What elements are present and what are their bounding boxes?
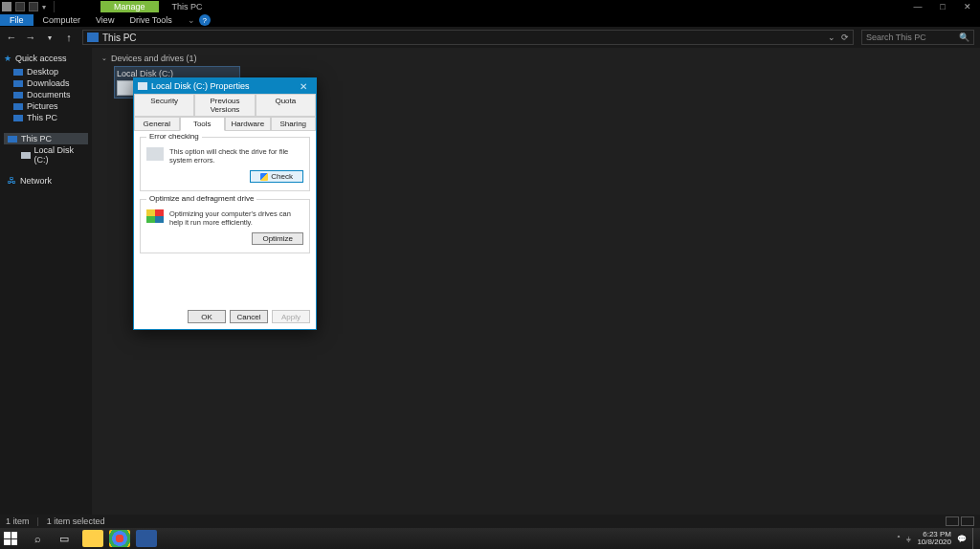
ribbon: File Computer View Drive Tools ⌄ ? [0,13,980,27]
system-menu-icon[interactable] [2,2,11,11]
drive-check-icon [146,147,164,161]
button-label: Check [271,172,293,181]
sidebar-item-label: Pictures [27,101,58,111]
group-optimize: Optimize and defragment drive Optimizing… [140,199,310,253]
tray-chevron-icon[interactable]: ˄ [897,535,901,543]
chevron-down-icon: ⌄ [101,55,107,62]
tab-previous-versions[interactable]: Previous Versions [194,94,255,117]
sidebar-item-downloads[interactable]: Downloads [4,77,88,89]
start-button[interactable] [4,532,17,545]
ribbon-expand-icon[interactable]: ⌄ [188,15,195,25]
tray-notifications-icon[interactable]: 💬 [957,535,967,543]
taskbar: ⌕ ▭ ˄ ⏚ 6:23 PM 10/8/2020 💬 [0,528,980,549]
check-button[interactable]: Check [250,170,303,183]
status-selected: 1 item selected [47,516,105,526]
address-dropdown-icon[interactable]: ⌄ [828,33,835,42]
dialog-close-button[interactable]: ✕ [295,78,312,94]
tab-general[interactable]: General [134,117,180,131]
ribbon-context-manage[interactable]: Manage [100,1,159,12]
sidebar-this-pc[interactable]: This PC [4,133,88,144]
optimize-button[interactable]: Optimize [252,232,303,245]
search-box[interactable]: Search This PC 🔍 [861,30,974,45]
tray-date: 10/8/2020 [917,538,951,546]
quick-access-label: Quick access [15,54,67,63]
apply-button: Apply [272,310,310,323]
sidebar-network[interactable]: 🖧Network [4,175,88,187]
dialog-titlebar[interactable]: Local Disk (C:) Properties ✕ [134,78,316,94]
window-title: This PC [172,2,203,11]
taskbar-app-chrome[interactable] [109,530,130,547]
help-icon[interactable]: ? [199,14,211,26]
address-bar[interactable]: This PC ⌄ ⟳ [82,30,854,45]
nav-back-icon[interactable]: ← [6,32,17,43]
tab-tools[interactable]: Tools [180,117,226,131]
separator [54,1,55,12]
sidebar-item-label: This PC [21,134,52,143]
tab-hardware[interactable]: Hardware [225,117,271,131]
sidebar-item-label: Desktop [27,67,58,77]
view-large-button[interactable] [961,516,974,526]
ok-button[interactable]: OK [188,310,226,323]
refresh-icon[interactable]: ⟳ [841,33,849,42]
dialog-buttons: OK Cancel Apply [188,310,310,323]
section-devices-drives[interactable]: ⌄ Devices and drives (1) [101,54,970,63]
sidebar-local-disk[interactable]: Local Disk (C:) [4,144,88,165]
nav-up-icon[interactable]: ↑ [63,32,75,43]
minimize-button[interactable]: — [905,0,930,13]
ribbon-file[interactable]: File [0,14,33,26]
nav-pane: ★ Quick access Desktop Downloads Documen… [0,48,92,526]
search-icon[interactable]: ⌕ [29,531,46,546]
task-view-icon[interactable]: ▭ [56,531,73,546]
folder-icon [13,92,23,99]
pc-icon [87,33,99,42]
qa-icon-2[interactable] [29,2,38,11]
ribbon-tab-computer[interactable]: Computer [43,15,81,25]
qa-icon[interactable] [15,2,25,11]
show-desktop-button[interactable] [972,528,976,549]
tab-security[interactable]: Security [134,94,194,117]
taskbar-app-word[interactable] [136,530,157,547]
network-icon: 🖧 [8,176,16,186]
folder-icon [13,115,23,121]
cancel-button[interactable]: Cancel [230,310,268,323]
tray-network-icon[interactable]: ⏚ [906,535,911,543]
shield-icon [260,173,268,181]
sidebar-quick-access[interactable]: ★ Quick access [4,54,88,63]
defrag-icon [146,209,164,223]
drive-icon [21,152,31,159]
sidebar-item-label: Downloads [27,78,70,88]
sidebar-item-pictures[interactable]: Pictures [4,100,88,112]
nav-row: ← → ▾ ↑ This PC ⌄ ⟳ Search This PC 🔍 [0,27,980,48]
status-bar: 1 item | 1 item selected [0,515,980,528]
address-text: This PC [102,33,137,43]
nav-recent-icon[interactable]: ▾ [44,33,56,42]
tab-quota[interactable]: Quota [256,94,316,117]
tab-sharing[interactable]: Sharing [271,117,317,131]
properties-dialog: Local Disk (C:) Properties ✕ Security Pr… [133,77,317,330]
group-error-checking: Error checking This option will check th… [140,137,310,191]
group-title: Optimize and defragment drive [146,194,256,203]
close-button[interactable]: ✕ [955,0,980,13]
dialog-title: Local Disk (C:) Properties [151,81,250,91]
sidebar-item-documents[interactable]: Documents [4,89,88,100]
group-desc: This option will check the drive for fil… [146,147,303,165]
qa-dropdown-icon[interactable]: ▾ [42,3,46,11]
sidebar-item-thispc-pinned[interactable]: This PC [4,112,88,123]
maximize-button[interactable]: □ [930,0,955,13]
folder-icon [13,69,23,76]
ribbon-tab-drive-tools[interactable]: Drive Tools [129,15,171,25]
view-details-button[interactable] [946,516,959,526]
group-desc: Optimizing your computer's drives can he… [146,209,303,227]
taskbar-app-explorer[interactable] [82,530,103,547]
section-label: Devices and drives (1) [111,54,197,63]
nav-forward-icon[interactable]: → [25,32,36,43]
search-icon[interactable]: 🔍 [959,33,969,42]
sidebar-item-label: Documents [27,90,71,99]
folder-icon [13,80,23,87]
sidebar-item-desktop[interactable]: Desktop [4,66,88,77]
pc-icon [8,136,17,143]
tray-clock[interactable]: 6:23 PM 10/8/2020 [917,531,951,546]
ribbon-tab-view[interactable]: View [96,15,114,25]
system-tray[interactable]: ˄ ⏚ 6:23 PM 10/8/2020 💬 [897,531,967,546]
sidebar-item-label: Network [20,176,52,186]
